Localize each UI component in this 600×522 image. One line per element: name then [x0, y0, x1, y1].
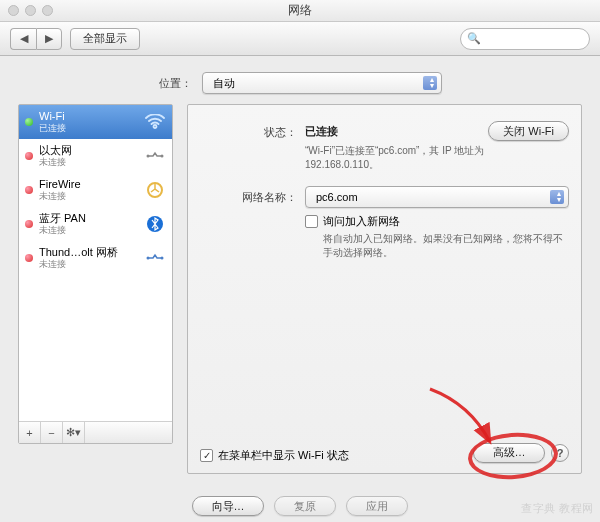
assist-button[interactable]: 向导… [192, 496, 264, 516]
status-dot-icon [25, 220, 33, 228]
ask-join-checkbox[interactable] [305, 215, 318, 228]
status-detail: “Wi-Fi”已连接至“pc6.com”，其 IP 地址为 192.168.0.… [305, 144, 545, 172]
search-icon: 🔍 [467, 32, 481, 45]
svg-point-5 [161, 256, 164, 259]
window-title: 网络 [0, 2, 600, 19]
location-label: 位置： [159, 76, 192, 91]
status-value: 已连接 [305, 124, 338, 139]
minimize-icon[interactable] [25, 5, 36, 16]
advanced-button[interactable]: 高级… [473, 443, 545, 463]
status-dot-icon [25, 118, 33, 126]
ask-join-hint: 将自动加入已知网络。如果没有已知网络，您将不得不手动选择网络。 [323, 232, 563, 260]
add-interface-button[interactable]: + [19, 422, 41, 443]
show-menubar-checkbox[interactable]: ✓ [200, 449, 213, 462]
close-icon[interactable] [8, 5, 19, 16]
remove-interface-button[interactable]: − [41, 422, 63, 443]
thunderbolt-icon [144, 247, 166, 269]
revert-button[interactable]: 复原 [274, 496, 336, 516]
forward-button[interactable]: ▶ [36, 28, 62, 50]
help-button[interactable]: ? [551, 444, 569, 462]
sidebar-item-firewire[interactable]: FireWire未连接 [19, 173, 172, 207]
show-menubar-label: 在菜单栏中显示 Wi-Fi 状态 [218, 448, 349, 463]
back-button[interactable]: ◀ [10, 28, 36, 50]
ethernet-icon [144, 145, 166, 167]
status-dot-icon [25, 152, 33, 160]
action-gear-button[interactable]: ✻▾ [63, 422, 85, 443]
status-dot-icon [25, 254, 33, 262]
sidebar-item-thunderbolt[interactable]: Thund…olt 网桥未连接 [19, 241, 172, 275]
network-list: Wi-Fi已连接 以太网未连接 FireWire未连接 蓝牙 PAN未连接 Th [18, 104, 173, 444]
status-label: 状态： [200, 121, 305, 140]
svg-point-1 [161, 154, 164, 157]
status-dot-icon [25, 186, 33, 194]
sidebar-item-ethernet[interactable]: 以太网未连接 [19, 139, 172, 173]
zoom-icon[interactable] [42, 5, 53, 16]
detail-panel: 状态： 已连接 关闭 Wi-Fi “Wi-Fi”已连接至“pc6.com”，其 … [187, 104, 582, 474]
ask-join-label: 询问加入新网络 [323, 214, 400, 229]
apply-button[interactable]: 应用 [346, 496, 408, 516]
bluetooth-icon [144, 213, 166, 235]
svg-point-0 [147, 154, 150, 157]
network-name-label: 网络名称： [200, 186, 305, 205]
sidebar-item-bluetooth[interactable]: 蓝牙 PAN未连接 [19, 207, 172, 241]
search-input[interactable]: 🔍 [460, 28, 590, 50]
network-name-popup[interactable]: pc6.com ▴▾ [305, 186, 569, 208]
chevron-updown-icon: ▴▾ [557, 191, 561, 203]
show-all-button[interactable]: 全部显示 [70, 28, 140, 50]
sidebar-item-wifi[interactable]: Wi-Fi已连接 [19, 105, 172, 139]
wifi-icon [144, 111, 166, 133]
toggle-wifi-button[interactable]: 关闭 Wi-Fi [488, 121, 569, 141]
firewire-icon [144, 179, 166, 201]
location-popup[interactable]: 自动 ▴▾ [202, 72, 442, 94]
svg-point-4 [147, 256, 150, 259]
chevron-updown-icon: ▴▾ [430, 77, 434, 89]
